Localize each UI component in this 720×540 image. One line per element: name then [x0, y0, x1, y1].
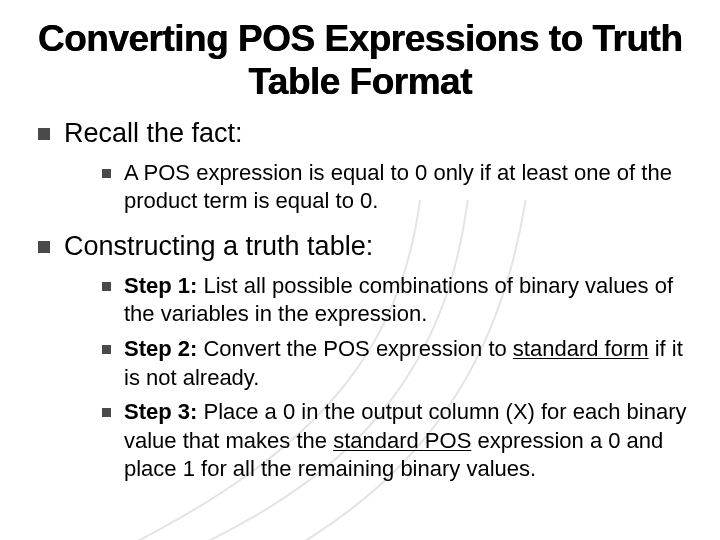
- list-item: Step 2: Convert the POS expression to st…: [102, 335, 700, 392]
- underlined-text: standard POS: [333, 428, 471, 453]
- section-constructing: Constructing a truth table: Step 1: List…: [38, 230, 700, 484]
- slide-content: Converting POS Expressions to Truth Tabl…: [0, 0, 720, 484]
- section-heading: Constructing a truth table:: [64, 231, 373, 261]
- section-recall: Recall the fact: A POS expression is equ…: [38, 117, 700, 216]
- item-text: A POS expression is equal to 0 only if a…: [124, 160, 672, 214]
- section-heading: Recall the fact:: [64, 118, 243, 148]
- sub-list: Step 1: List all possible combinations o…: [64, 272, 700, 484]
- underlined-text: standard form: [513, 336, 649, 361]
- list-item: A POS expression is equal to 0 only if a…: [102, 159, 700, 216]
- main-list: Recall the fact: A POS expression is equ…: [20, 117, 700, 484]
- sub-list: A POS expression is equal to 0 only if a…: [64, 159, 700, 216]
- item-text: List all possible combinations of binary…: [124, 273, 673, 327]
- list-item: Step 1: List all possible combinations o…: [102, 272, 700, 329]
- list-item: Step 3: Place a 0 in the output column (…: [102, 398, 700, 484]
- step-label: Step 3:: [124, 399, 197, 424]
- item-text: Convert the POS expression to: [197, 336, 513, 361]
- step-label: Step 1:: [124, 273, 197, 298]
- slide-title: Converting POS Expressions to Truth Tabl…: [20, 18, 700, 103]
- step-label: Step 2:: [124, 336, 197, 361]
